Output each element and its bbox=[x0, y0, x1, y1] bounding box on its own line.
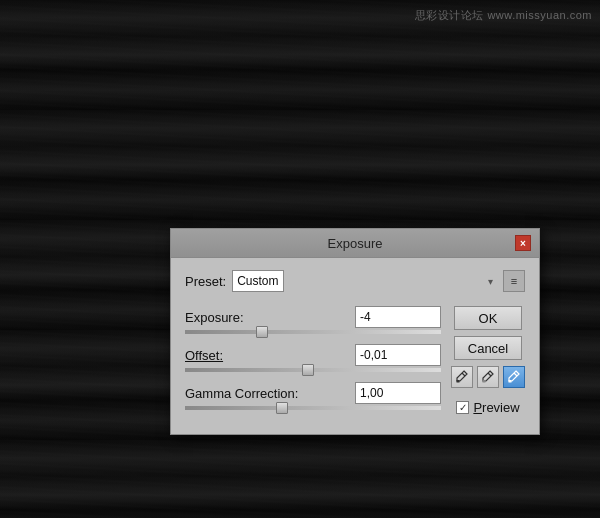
exposure-slider-thumb[interactable] bbox=[256, 326, 268, 338]
preview-label: Preview bbox=[473, 400, 519, 415]
gamma-label: Gamma Correction: bbox=[185, 386, 355, 401]
ok-button[interactable]: OK bbox=[454, 306, 522, 330]
offset-row: Offset: bbox=[185, 344, 441, 372]
gamma-slider-track[interactable] bbox=[185, 406, 441, 410]
offset-label: Offset: bbox=[185, 348, 355, 363]
dialog-title: Exposure bbox=[195, 236, 515, 251]
white-point-eyedropper[interactable] bbox=[503, 366, 525, 388]
eyedropper-white-icon bbox=[507, 370, 521, 384]
offset-header: Offset: bbox=[185, 344, 441, 366]
preset-select-wrapper: Custom bbox=[232, 270, 497, 292]
svg-rect-5 bbox=[509, 380, 512, 383]
cancel-button[interactable]: Cancel bbox=[454, 336, 522, 360]
svg-rect-3 bbox=[483, 380, 486, 383]
svg-line-0 bbox=[462, 373, 465, 376]
dialog-titlebar: Exposure × bbox=[171, 229, 539, 258]
exposure-slider-track[interactable] bbox=[185, 330, 441, 334]
preset-select[interactable]: Custom bbox=[232, 270, 284, 292]
gamma-header: Gamma Correction: bbox=[185, 382, 441, 404]
preset-manage-button[interactable]: ≡ bbox=[503, 270, 525, 292]
eyedropper-row bbox=[451, 366, 525, 388]
dialog-content: Exposure: Offset: bbox=[185, 306, 525, 420]
preview-row: ✓ Preview bbox=[456, 400, 519, 415]
exposure-dialog: Exposure × Preset: Custom ≡ Exposure: bbox=[170, 228, 540, 435]
preset-row: Preset: Custom ≡ bbox=[185, 270, 525, 292]
gamma-input[interactable] bbox=[355, 382, 441, 404]
eyedropper-black-icon bbox=[455, 370, 469, 384]
dialog-right-panel: OK Cancel bbox=[451, 306, 525, 420]
svg-line-2 bbox=[488, 373, 491, 376]
preview-checkbox[interactable]: ✓ bbox=[456, 401, 469, 414]
close-button[interactable]: × bbox=[515, 235, 531, 251]
gamma-slider-thumb[interactable] bbox=[276, 402, 288, 414]
offset-slider-track[interactable] bbox=[185, 368, 441, 372]
svg-line-4 bbox=[514, 373, 517, 376]
gray-point-eyedropper[interactable] bbox=[477, 366, 499, 388]
preview-underline-char: P bbox=[473, 400, 482, 415]
offset-slider-thumb[interactable] bbox=[302, 364, 314, 376]
preset-label: Preset: bbox=[185, 274, 226, 289]
exposure-input[interactable] bbox=[355, 306, 441, 328]
eyedropper-gray-icon bbox=[481, 370, 495, 384]
gamma-row: Gamma Correction: bbox=[185, 382, 441, 410]
svg-rect-1 bbox=[457, 380, 460, 383]
exposure-header: Exposure: bbox=[185, 306, 441, 328]
dialog-fields: Exposure: Offset: bbox=[185, 306, 441, 420]
dialog-body: Preset: Custom ≡ Exposure: bbox=[171, 258, 539, 434]
exposure-label: Exposure: bbox=[185, 310, 355, 325]
black-point-eyedropper[interactable] bbox=[451, 366, 473, 388]
offset-input[interactable] bbox=[355, 344, 441, 366]
watermark: 思彩设计论坛 www.missyuan.com bbox=[415, 8, 592, 23]
exposure-row: Exposure: bbox=[185, 306, 441, 334]
